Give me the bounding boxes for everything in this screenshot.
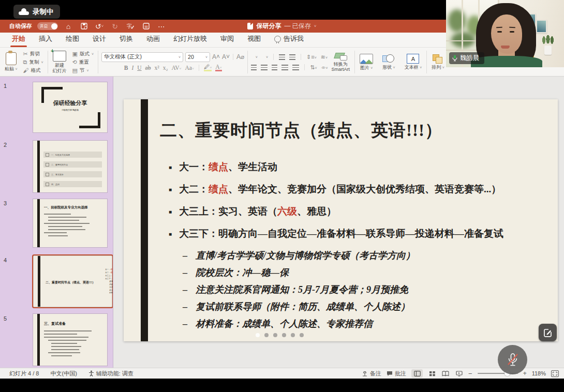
zoom-out-button[interactable]: − <box>468 370 472 378</box>
notes-button[interactable]: 备注 <box>362 370 381 378</box>
mic-muted-button[interactable] <box>498 345 527 374</box>
section-button[interactable]: ▤节˅ <box>71 67 95 74</box>
columns-button[interactable]: ≋˅ <box>321 54 328 61</box>
thumbnail-slide-1[interactable]: 保研经验分享 19级考古班 魏皓晨 <box>33 82 107 132</box>
language-label[interactable]: 中文(中国) <box>50 370 77 378</box>
tab-tellme[interactable]: 告诉我 <box>268 32 310 47</box>
superscript-button[interactable]: x² <box>154 65 159 71</box>
copy-button[interactable]: ⧉复制˅ <box>22 58 44 66</box>
subscript-button[interactable]: x₂ <box>163 65 168 71</box>
paste-button[interactable]: 粘贴 ˅ <box>3 52 19 71</box>
format-painter-button[interactable]: 🖌︎格式 <box>22 67 44 74</box>
tab-design[interactable]: 设计 <box>86 32 113 47</box>
slide-canvas[interactable]: 二、重要时间节点（绩点、英语!!!） 大一：绩点、学生活动 大二：绩点、学年论文… <box>124 99 558 341</box>
smartart-button[interactable]: 转换为SmartArt <box>330 52 352 72</box>
align-center-button[interactable] <box>261 65 268 70</box>
tab-review[interactable]: 审阅 <box>214 32 241 47</box>
highlight-color-button[interactable]: 🖉˅ <box>204 64 212 71</box>
tab-home[interactable]: 开始 <box>5 32 32 47</box>
doc-icon <box>247 23 253 29</box>
recording-indicator[interactable]: 录制中 <box>13 5 60 19</box>
print-icon[interactable] <box>141 22 151 31</box>
bullet-item: 大一：绩点、学生活动 <box>169 160 503 174</box>
fit-window-button[interactable] <box>551 370 559 377</box>
layout-button[interactable]: ▣版式˅ <box>71 50 95 58</box>
decrease-font-button[interactable]: A˅ <box>222 53 230 61</box>
arrange-icon <box>433 54 444 64</box>
slide-workspace: 二、重要时间节点（绩点、英语!!!） 大一：绩点、学生活动 大二：绩点、学年论文… <box>113 77 564 368</box>
tab-slideshow[interactable]: 幻灯片放映 <box>167 32 214 47</box>
clear-format-button[interactable]: A⌀ <box>236 53 244 61</box>
save-icon[interactable] <box>79 22 89 31</box>
autosave-label: 自动保存 <box>9 22 32 30</box>
thumbnail-slide-2[interactable]: 一、院校及方向选择 二、重要时间节点 三、复试准备 四、总结 <box>33 141 107 192</box>
textbox-button[interactable]: A 文本框 ˅ <box>403 54 424 70</box>
align-right-button[interactable] <box>272 65 277 70</box>
arrange-button[interactable]: 排列 ˅ <box>430 54 446 70</box>
italic-button[interactable]: I <box>131 65 133 71</box>
view-sorter-button[interactable] <box>428 370 436 377</box>
plant <box>541 30 555 46</box>
char-spacing-button[interactable]: AV˅ <box>171 65 181 71</box>
annotate-button[interactable] <box>539 324 557 341</box>
font-size-select[interactable]: 20˅ <box>185 52 210 62</box>
distribute-button[interactable] <box>292 65 299 70</box>
view-reading-button[interactable] <box>441 370 450 377</box>
change-case-button[interactable]: Aa˅ <box>185 65 194 71</box>
zoom-in-button[interactable]: + <box>523 370 527 377</box>
thumbnail-slide-4[interactable]: 二、重要时间节点（绩点、英语!!!） 大一：绩点、学生活动 大二：绩点、学年论文… <box>33 255 112 307</box>
decrease-indent-button[interactable] <box>279 54 285 60</box>
more-icon[interactable]: ⋯ <box>156 22 167 31</box>
picture-button[interactable]: 图片 ˅ <box>358 54 375 70</box>
spellcheck-icon[interactable]: 字 <box>125 22 136 31</box>
thumbnail-slide-3[interactable]: 一、目标院校及专业方向选择 <box>33 199 107 247</box>
home-icon[interactable]: ⌂ <box>63 22 73 31</box>
slide-body[interactable]: 大一：绩点、学生活动 大二：绩点、学年论文、竞赛加分（国家级大创优秀结项、英语竞… <box>169 160 503 335</box>
chevron-down-icon[interactable]: ˅ <box>314 24 317 28</box>
underline-button[interactable]: U <box>137 65 141 71</box>
slide-title[interactable]: 二、重要时间节点（绩点、英语!!!） <box>160 119 442 142</box>
clipboard-icon <box>6 52 17 65</box>
zoom-level[interactable]: 118% <box>532 370 546 376</box>
thumbnail-slide-5[interactable]: 三、复试准备 <box>33 314 107 366</box>
tab-view[interactable]: 视图 <box>241 32 268 47</box>
content-area: 1 保研经验分享 19级考古班 魏皓晨 2 一、院校及方向选择 二、重要时间节点… <box>0 77 564 368</box>
align-text-button[interactable]: ⌯˅ <box>321 64 328 71</box>
redo-button[interactable]: ↻ <box>110 22 120 31</box>
font-color-button[interactable]: A˅ <box>215 64 221 71</box>
autosave-state: 开启 <box>40 24 48 29</box>
textbox-icon: A <box>407 54 419 64</box>
cut-button[interactable]: ✂剪切 <box>22 50 44 58</box>
view-slideshow-button[interactable] <box>455 370 463 377</box>
strikethrough-button[interactable]: ab <box>145 65 151 71</box>
increase-font-button[interactable]: A˄ <box>212 53 220 61</box>
font-family-select[interactable]: 华文楷体 (正文)˅ <box>101 52 183 62</box>
webcam-overlay[interactable]: 魏皓晨 <box>446 0 564 67</box>
slide-dots <box>256 333 304 337</box>
text-direction-button[interactable]: ⇅˅ <box>310 64 317 71</box>
comments-button[interactable]: 批注 <box>387 370 406 378</box>
line-spacing-button[interactable]: ⇕≡˅ <box>306 54 317 61</box>
new-slide-button[interactable]: 新建幻灯片 <box>51 51 68 73</box>
bullet-item: 大二：绩点、学年论文、竞赛加分（国家级大创优秀结项、英语竞赛等...） <box>169 183 503 196</box>
mic-on-icon <box>452 55 457 62</box>
align-left-button[interactable] <box>251 65 257 70</box>
justify-button[interactable] <box>281 65 288 70</box>
view-normal-button[interactable] <box>411 369 423 378</box>
undo-button[interactable]: ↺˅ <box>94 22 105 31</box>
sub-bullet-item: 复试前联系导师（附件：简历、成绩单、个人陈述） <box>183 300 503 313</box>
shapes-button[interactable]: 形状 ˅ <box>381 54 397 70</box>
autosave-toggle[interactable]: 开启 <box>37 22 58 30</box>
tab-animation[interactable]: 动画 <box>140 32 167 47</box>
statusbar: 幻灯片 4 / 8 中文(中国) 辅助功能: 调查 备注 批注 <box>0 368 564 379</box>
tab-insert[interactable]: 插入 <box>32 32 59 47</box>
increase-indent-button[interactable] <box>289 54 295 60</box>
tab-draw[interactable]: 绘图 <box>59 32 86 47</box>
reset-button[interactable]: ⟲重置 <box>71 58 95 66</box>
slide-number: 5 <box>4 315 7 322</box>
slide-accent-bar <box>37 314 40 366</box>
tab-transition[interactable]: 切换 <box>113 32 140 47</box>
accessibility-status[interactable]: 辅助功能: 调查 <box>88 370 133 378</box>
lightbulb-icon <box>274 36 281 42</box>
bold-button[interactable]: B <box>124 65 128 71</box>
